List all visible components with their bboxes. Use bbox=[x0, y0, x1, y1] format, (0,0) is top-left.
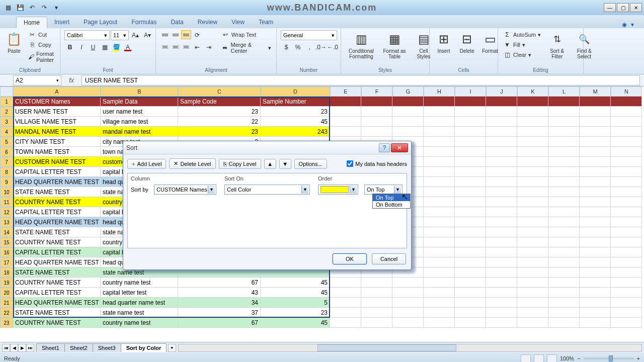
name-box[interactable]: A2▾ bbox=[13, 75, 61, 85]
row-header-20[interactable]: 20 bbox=[0, 288, 13, 298]
tab-home[interactable]: Home bbox=[16, 17, 47, 28]
sort-filter-button[interactable]: ⇅Sort & Filter bbox=[545, 30, 569, 60]
cell[interactable] bbox=[548, 298, 580, 308]
cell[interactable]: state name test bbox=[101, 308, 178, 318]
cell[interactable] bbox=[548, 107, 580, 117]
zoom-in-button[interactable]: + bbox=[637, 355, 640, 361]
move-down-button[interactable]: ▼ bbox=[279, 159, 291, 169]
cell[interactable] bbox=[486, 187, 517, 197]
cell[interactable] bbox=[548, 308, 580, 318]
cell[interactable] bbox=[580, 147, 611, 157]
cell[interactable] bbox=[548, 147, 580, 157]
cell[interactable] bbox=[611, 107, 642, 117]
order-dropdown[interactable]: On Top On Bottom bbox=[372, 194, 411, 209]
cell[interactable]: HEAD QUARTER NAME TEST bbox=[13, 298, 101, 308]
cell[interactable] bbox=[548, 217, 580, 227]
conditional-formatting-button[interactable]: ▥Conditional Formatting bbox=[345, 30, 377, 60]
cell[interactable] bbox=[517, 237, 548, 247]
cell[interactable]: 45 bbox=[261, 318, 330, 328]
cell[interactable] bbox=[580, 207, 611, 217]
sorton-combo[interactable]: Cell Color▼ bbox=[224, 185, 310, 195]
cell[interactable] bbox=[580, 117, 611, 127]
cell[interactable] bbox=[580, 267, 611, 278]
cell[interactable] bbox=[580, 157, 611, 167]
cell[interactable] bbox=[455, 157, 486, 167]
headers-checkbox[interactable]: My data has headers bbox=[347, 160, 407, 167]
row-header-7[interactable]: 7 bbox=[0, 157, 13, 167]
align-bottom-button[interactable] bbox=[181, 30, 191, 39]
row-header-23[interactable]: 23 bbox=[0, 318, 13, 328]
cell[interactable] bbox=[548, 207, 580, 217]
cell[interactable] bbox=[455, 177, 486, 187]
cell[interactable]: 43 bbox=[178, 288, 261, 298]
cell[interactable] bbox=[455, 197, 486, 207]
cell[interactable] bbox=[611, 318, 642, 328]
cell[interactable] bbox=[611, 177, 642, 187]
cell[interactable] bbox=[424, 207, 455, 217]
cell[interactable] bbox=[424, 177, 455, 187]
row-header-17[interactable]: 17 bbox=[0, 257, 13, 267]
cell[interactable] bbox=[486, 318, 517, 328]
cell[interactable]: STATE NAME TEST bbox=[13, 187, 101, 197]
cell[interactable] bbox=[424, 308, 455, 318]
cell[interactable] bbox=[517, 207, 548, 217]
align-right-button[interactable] bbox=[181, 42, 191, 51]
column-header-K[interactable]: K bbox=[517, 86, 548, 97]
column-header-N[interactable]: N bbox=[611, 86, 642, 97]
cell[interactable]: CAPITAL LETTER TEST bbox=[13, 207, 101, 217]
cell[interactable] bbox=[361, 117, 392, 127]
cell[interactable]: CAPITAL LETTER TEST bbox=[13, 247, 101, 257]
normal-view-button[interactable] bbox=[521, 354, 531, 362]
sheet-tab-sheet1[interactable]: Sheet1 bbox=[36, 343, 65, 352]
cell[interactable] bbox=[455, 97, 486, 107]
cell[interactable] bbox=[517, 267, 548, 278]
cell[interactable] bbox=[548, 318, 580, 328]
increase-decimal-button[interactable]: .0→ bbox=[315, 42, 327, 52]
merge-center-button[interactable]: ⬌Merge & Center▾ bbox=[220, 41, 272, 54]
cell[interactable] bbox=[455, 247, 486, 257]
cell[interactable] bbox=[455, 237, 486, 247]
cell[interactable] bbox=[517, 298, 548, 308]
cell[interactable]: user name test bbox=[101, 107, 178, 117]
move-up-button[interactable]: ▲ bbox=[264, 159, 276, 169]
zoom-out-button[interactable]: − bbox=[577, 355, 580, 361]
italic-button[interactable]: I bbox=[76, 42, 87, 52]
cell[interactable] bbox=[455, 147, 486, 157]
cell[interactable] bbox=[548, 137, 580, 147]
cell[interactable] bbox=[455, 308, 486, 318]
cell[interactable] bbox=[517, 107, 548, 117]
cell[interactable] bbox=[580, 187, 611, 197]
cell[interactable] bbox=[486, 288, 517, 298]
cell[interactable]: 22 bbox=[178, 117, 261, 127]
sheet-nav-next[interactable]: ▶ bbox=[18, 344, 26, 352]
cell[interactable] bbox=[361, 278, 392, 288]
column-header-I[interactable]: I bbox=[455, 86, 486, 97]
cell[interactable] bbox=[424, 127, 455, 137]
cell[interactable] bbox=[611, 237, 642, 247]
align-top-button[interactable] bbox=[160, 30, 170, 39]
row-header-2[interactable]: 2 bbox=[0, 107, 13, 117]
cell[interactable] bbox=[548, 177, 580, 187]
zoom-slider[interactable] bbox=[584, 357, 634, 359]
cell[interactable] bbox=[548, 127, 580, 137]
cell[interactable] bbox=[517, 278, 548, 288]
orientation-button[interactable]: ⟳ bbox=[192, 30, 203, 40]
cell[interactable] bbox=[486, 167, 517, 177]
minimize-button[interactable]: — bbox=[604, 3, 616, 12]
column-header-G[interactable]: G bbox=[392, 86, 424, 97]
cell[interactable]: 45 bbox=[261, 288, 330, 298]
cell[interactable] bbox=[611, 167, 642, 177]
cell[interactable] bbox=[392, 117, 424, 127]
cell[interactable] bbox=[517, 177, 548, 187]
cell[interactable] bbox=[392, 298, 424, 308]
cell[interactable] bbox=[424, 247, 455, 257]
cell[interactable] bbox=[486, 117, 517, 127]
cell[interactable] bbox=[361, 107, 392, 117]
cell[interactable] bbox=[548, 97, 580, 107]
cell[interactable] bbox=[361, 127, 392, 137]
cell[interactable]: Sample Number bbox=[261, 97, 330, 107]
tab-formulas[interactable]: Formulas bbox=[124, 17, 164, 28]
row-header-19[interactable]: 19 bbox=[0, 278, 13, 288]
align-center-button[interactable] bbox=[171, 42, 181, 51]
cell[interactable] bbox=[517, 157, 548, 167]
